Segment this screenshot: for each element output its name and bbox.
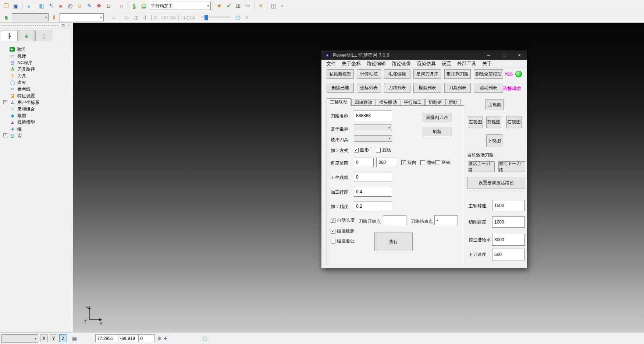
window-layout-icon[interactable]: ◫ — [203, 335, 208, 342]
menu-render-sim[interactable]: 渲染仿真 — [414, 60, 439, 67]
plunge-feed-input[interactable] — [492, 249, 525, 260]
start-point-input[interactable] — [383, 215, 406, 225]
statusbar-dropdown[interactable]: ▾ — [1, 334, 38, 343]
tool-star-icon[interactable]: ★ — [215, 1, 224, 10]
calc-stock-button[interactable]: 计算毛坯 — [357, 69, 381, 79]
tab-swivel-head[interactable]: 摆头联动 — [376, 99, 400, 106]
tree-item-pattern[interactable]: ✂ 参考线 — [2, 86, 73, 92]
based-coord-dropdown[interactable]: ▾ — [354, 124, 392, 131]
stepover-input[interactable] — [354, 187, 392, 197]
maximize-button[interactable]: □ — [496, 50, 512, 60]
tab-explorer[interactable]: ┣ — [1, 31, 18, 41]
collision-check-checkbox[interactable]: ✓ 碰撞检测 — [331, 228, 355, 234]
angle-from-input[interactable] — [354, 158, 374, 167]
block-model-icon[interactable]: ◧ — [37, 1, 46, 10]
toolpath-list-button[interactable]: 刀路列表 — [384, 83, 410, 93]
activate-prev-button[interactable]: 激活上一刀路 — [468, 161, 495, 172]
toolpath-name-input[interactable] — [354, 110, 392, 121]
use-tool-dropdown[interactable]: ▾ — [354, 135, 392, 142]
coord-x-input[interactable] — [95, 334, 118, 342]
collision-avoid-checkbox[interactable]: 碰撞避让 — [331, 238, 355, 244]
coord-z-input[interactable] — [138, 334, 155, 342]
powermill-ribbon-icon[interactable]: § — [130, 1, 139, 10]
axis-z-button[interactable]: Z — [59, 334, 67, 342]
menu-path-edit[interactable]: 路径编辑 — [364, 60, 389, 67]
expand-icon[interactable]: + — [3, 100, 7, 104]
tree-item-macro[interactable]: + ▤ 宏 — [2, 132, 73, 139]
panel-float-icon[interactable]: ⊡ — [61, 23, 65, 28]
tab-saw[interactable]: 切割锯 — [425, 99, 445, 106]
menu-about[interactable]: 关于 — [479, 60, 495, 67]
sim-tool-dropdown[interactable]: ▾ — [60, 13, 104, 21]
tree-item-model[interactable]: ◆ 模型 — [2, 112, 73, 119]
go-to-start-icon[interactable]: ▏◁◁ — [178, 15, 187, 20]
pencil-icon[interactable]: ✎ — [85, 1, 94, 10]
list-options-icon[interactable]: ≡ — [158, 336, 161, 341]
stock-edit-button[interactable]: 毛坯编辑 — [384, 69, 410, 79]
strategy-dropdown[interactable]: 平行精加工 ▾ — [149, 2, 211, 10]
menu-file[interactable]: 文件 — [323, 60, 339, 67]
slider-handle[interactable] — [204, 15, 208, 20]
pause-icon[interactable]: ▯▯ — [132, 15, 140, 20]
ballnose-tool-icon[interactable]: ◎ — [66, 1, 75, 10]
circle-checkbox[interactable]: ✓ 圆形 — [354, 147, 369, 153]
tab-4axis[interactable]: 四轴联动 — [351, 99, 376, 106]
tab-parallel[interactable]: 平行加工 — [401, 99, 425, 106]
pattern-points-icon[interactable]: ❖ — [95, 1, 103, 10]
view-bottom-button[interactable]: 下视图 — [486, 134, 502, 147]
axis-x-button[interactable]: X — [40, 334, 48, 342]
bidirectional-checkbox[interactable]: ✓ 双向 — [401, 159, 416, 166]
rewind-icon[interactable]: ◁◁ — [160, 15, 168, 20]
climb-mill-checkbox[interactable]: 顺铣 — [420, 159, 435, 166]
tree-item-nc-program[interactable]: ▤ NC程序 — [2, 59, 73, 66]
close-button[interactable]: × — [512, 50, 527, 60]
paste-new-model-button[interactable]: 粘贴新模型 — [327, 69, 354, 79]
expand-icon[interactable]: + — [3, 133, 7, 137]
channel-tool-icon[interactable]: ∪ — [75, 1, 84, 10]
tab-3axis[interactable]: 三轴联动 — [327, 98, 351, 106]
arc-tool-icon[interactable]: ∩ — [117, 1, 126, 10]
menu-settings[interactable]: 设置 — [439, 60, 454, 67]
rearrange-button[interactable]: 重排列刀路 — [422, 113, 452, 122]
drill-block-icon[interactable]: ⊔ — [104, 1, 113, 10]
coord-y-input[interactable] — [118, 334, 138, 342]
tree-item-group[interactable]: ◈ 组 — [2, 126, 73, 132]
tree-item-toolpath[interactable]: § 刀具路径 — [2, 66, 73, 73]
calculator-icon[interactable]: ⊞ — [234, 1, 243, 10]
toolbar-close-icon[interactable]: × — [279, 3, 285, 9]
set-active-path-button[interactable]: 设置当前激活路径 — [467, 177, 525, 189]
tree-item-boundary[interactable]: ◯ 边界 — [2, 79, 73, 86]
tree-item-workplane[interactable]: + ∠ 用户坐标系 — [2, 99, 73, 106]
axes-icon[interactable]: + — [164, 336, 167, 341]
menu-path-mirror[interactable]: 路径镜像 — [389, 60, 414, 67]
line-checkbox[interactable]: 直线 — [376, 147, 391, 153]
tool-check-icon[interactable]: ✔ — [224, 1, 233, 10]
panel-close-icon[interactable]: × — [68, 23, 70, 28]
view-front-button[interactable]: 前视图 — [486, 116, 501, 128]
go-to-end-icon[interactable]: ▷▷▏ — [188, 15, 197, 20]
axis-y-button[interactable]: Y — [50, 334, 57, 342]
rearrange-toolpaths-button[interactable]: 重排列刀路 — [444, 69, 471, 79]
tab-world[interactable]: ⊕ — [18, 31, 35, 41]
spindle-speed-input[interactable] — [492, 200, 525, 211]
stock-remain-input[interactable] — [354, 172, 392, 182]
menu-external-tools[interactable]: 外部工具 — [454, 60, 479, 67]
tree-item-tool[interactable]: ‖ 刀具 — [2, 73, 73, 79]
sphere-tool-icon[interactable]: ● — [24, 1, 33, 10]
clock-icon[interactable]: ◷ — [234, 13, 242, 22]
grid-icon[interactable]: ▦ — [72, 336, 77, 341]
drive-list-button[interactable]: 驱动列表 — [474, 83, 503, 93]
cylinder-pair-icon[interactable]: ◫ — [269, 1, 278, 10]
dialog-titlebar[interactable]: ★ PowerMILL 忆梦星河 7.0.6 – □ × — [321, 50, 527, 60]
panel-grip[interactable]: ⊡ × — [0, 23, 73, 29]
view-right-button[interactable]: 右视图 — [506, 116, 522, 128]
auto-length-checkbox[interactable]: ✓ 自动长度 — [331, 217, 355, 224]
tree-item-activate[interactable]: ▶ 激活 — [2, 46, 73, 53]
cutting-feed-input[interactable] — [492, 216, 525, 228]
toolpath-list-icon[interactable]: ▤ — [139, 1, 148, 10]
view-left-button[interactable]: 左视图 — [468, 116, 483, 128]
step-forward-icon[interactable]: ▏▷ — [150, 15, 159, 20]
save-icon[interactable]: ▣ — [11, 1, 20, 10]
tolerance-input[interactable] — [354, 201, 392, 211]
tool-list-button[interactable]: 刀具列表 — [444, 83, 471, 93]
